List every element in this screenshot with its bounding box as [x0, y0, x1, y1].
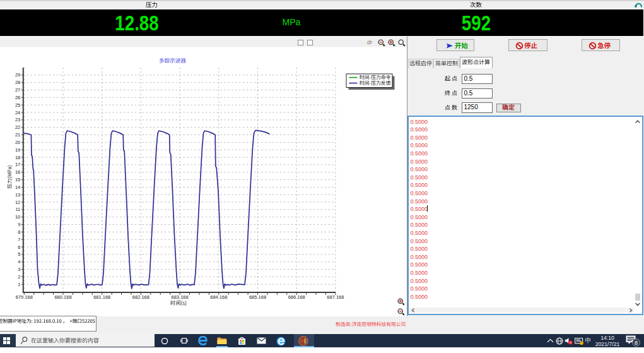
svg-text:15: 15: [15, 177, 20, 182]
svg-text:7: 7: [18, 237, 20, 242]
svg-text:13: 13: [15, 192, 20, 198]
svg-text:27: 27: [15, 87, 20, 93]
svg-text:26: 26: [15, 95, 20, 100]
svg-text:25: 25: [15, 102, 20, 108]
svg-text:20: 20: [15, 140, 20, 145]
svg-text:680.168: 680.168: [54, 294, 71, 300]
svg-text:685.168: 685.168: [249, 294, 266, 300]
svg-text:10: 10: [15, 214, 20, 220]
svg-text:28: 28: [15, 80, 20, 85]
svg-text:6: 6: [18, 244, 20, 250]
svg-text:29: 29: [15, 72, 20, 78]
svg-text:17: 17: [15, 162, 20, 167]
svg-text:21: 21: [15, 132, 20, 138]
svg-text:1: 1: [18, 282, 20, 287]
svg-text:11: 11: [16, 206, 21, 212]
svg-text:684.168: 684.168: [210, 294, 227, 300]
svg-text:18: 18: [15, 155, 20, 160]
svg-text:9: 9: [18, 222, 20, 227]
svg-text:686.168: 686.168: [288, 294, 305, 300]
svg-text:16: 16: [15, 169, 20, 175]
svg-text:14: 14: [15, 184, 20, 190]
svg-text:3: 3: [18, 266, 20, 272]
svg-text:5: 5: [18, 251, 20, 257]
svg-text:2: 2: [18, 274, 20, 280]
svg-text:23: 23: [15, 117, 20, 123]
svg-text:12: 12: [15, 200, 20, 205]
svg-text:681.168: 681.168: [93, 294, 110, 300]
svg-text:19: 19: [15, 147, 20, 153]
svg-text:8: 8: [18, 229, 20, 235]
svg-text:4: 4: [18, 259, 20, 265]
svg-text:24: 24: [15, 110, 20, 116]
svg-text:679.168: 679.168: [16, 294, 33, 300]
svg-text:682.168: 682.168: [132, 294, 149, 300]
svg-text:22: 22: [15, 124, 20, 130]
svg-text:687.168: 687.168: [327, 294, 344, 300]
svg-text:8: 8: [635, 340, 638, 346]
